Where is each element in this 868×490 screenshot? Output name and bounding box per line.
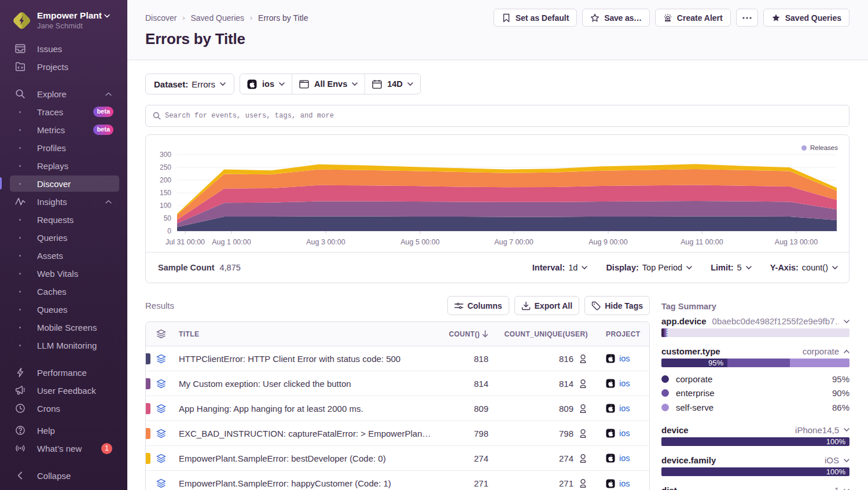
svg-text:Jul 31 00:00: Jul 31 00:00 — [165, 238, 205, 246]
svg-text:150: 150 — [160, 189, 171, 197]
svg-text:200: 200 — [160, 176, 171, 184]
svg-text:Aug 9 00:00: Aug 9 00:00 — [589, 238, 627, 246]
svg-text:Aug 5 00:00: Aug 5 00:00 — [400, 238, 439, 246]
svg-text:100: 100 — [160, 202, 171, 210]
svg-text:Aug 11 00:00: Aug 11 00:00 — [681, 238, 723, 246]
svg-text:Aug 3 00:00: Aug 3 00:00 — [306, 238, 345, 246]
svg-text:250: 250 — [160, 163, 171, 171]
svg-text:300: 300 — [160, 151, 171, 159]
svg-text:Aug 13 00:00: Aug 13 00:00 — [775, 238, 818, 246]
svg-text:50: 50 — [164, 214, 172, 222]
svg-text:Aug 7 00:00: Aug 7 00:00 — [494, 238, 533, 246]
svg-text:0: 0 — [167, 227, 171, 235]
svg-text:Aug 1 00:00: Aug 1 00:00 — [212, 238, 251, 246]
